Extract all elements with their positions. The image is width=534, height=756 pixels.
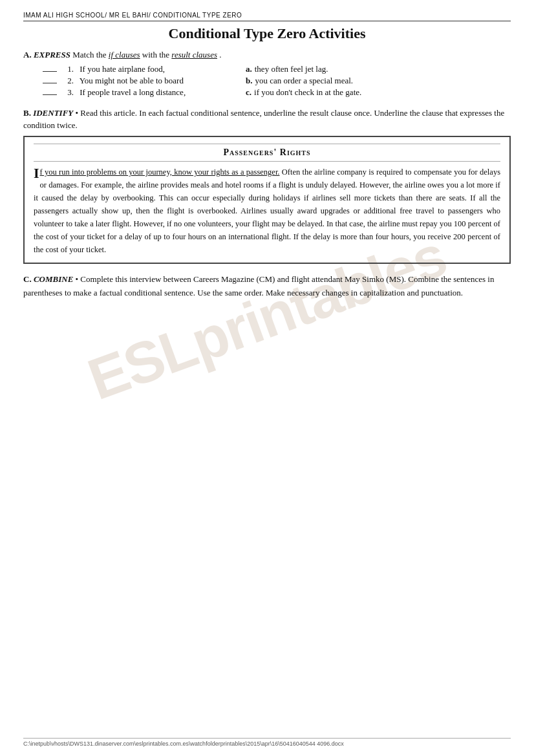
item-if-2: You might not be able to board <box>78 76 246 86</box>
breadcrumb: IMAM ALI HIGH SCHOOL/ MR EL BAHI/ CONDIT… <box>23 12 511 21</box>
section-c-label: C. <box>23 274 32 284</box>
section-a-label: A. <box>23 50 32 59</box>
article-box: Passengers' Rights If you run into probl… <box>23 136 511 264</box>
section-a-if-phrase: if clauses <box>109 50 140 59</box>
matching-table: 1. If you hate airplane food, a. they of… <box>43 64 530 98</box>
section-c-instruction: • Complete this interview between Career… <box>23 274 494 297</box>
answer-line-1 <box>43 71 57 72</box>
section-c-header: C. COMBINE • Complete this interview bet… <box>23 273 511 300</box>
section-a-header: A. EXPRESS Match the if clauses with the… <box>23 49 511 61</box>
item-if-1: If you hate airplane food, <box>78 64 246 74</box>
section-a-instruction-3: . <box>219 50 221 59</box>
section-b-header: B. IDENTIFY • Read this article. In each… <box>23 107 511 132</box>
matching-row-1: 1. If you hate airplane food, a. they of… <box>43 64 530 74</box>
drop-cap-I: I <box>34 166 39 180</box>
result-letter-c: c. <box>246 87 251 98</box>
section-a-keyword: EXPRESS <box>34 50 70 59</box>
result-letter-a: a. <box>246 64 252 74</box>
section-c: C. COMBINE • Complete this interview bet… <box>23 273 511 610</box>
section-b-keyword: IDENTIFY <box>33 108 73 118</box>
section-b-instruction: • Read this article. In each factual con… <box>23 108 504 131</box>
section-b-label: B. <box>23 108 31 118</box>
result-text-c: if you don't check in at the gate. <box>254 87 530 98</box>
article-title: Passengers' Rights <box>34 144 500 162</box>
footer: C:\inetpub\vhosts\DWS131.dinaserver.com\… <box>23 738 511 747</box>
result-letter-b: b. <box>246 76 252 86</box>
section-b: B. IDENTIFY • Read this article. In each… <box>23 107 511 264</box>
item-num-3: 3. <box>62 87 74 98</box>
article-body: If you run into problems on your journey… <box>34 166 500 256</box>
section-a-instruction-1: Match the <box>72 50 109 59</box>
item-num-1: 1. <box>62 64 74 74</box>
section-a: A. EXPRESS Match the if clauses with the… <box>23 49 511 98</box>
result-text-a: they often feel jet lag. <box>255 64 530 74</box>
answer-line-3 <box>43 94 57 95</box>
matching-row-2: 2. You might not be able to board b. you… <box>43 76 530 86</box>
result-text-b: you can order a special meal. <box>255 76 530 86</box>
section-a-instruction-2: with the <box>142 50 172 59</box>
matching-row-3: 3. If people travel a long distance, c. … <box>43 87 530 98</box>
section-c-answer-area <box>23 299 511 610</box>
section-a-result-phrase: result clauses <box>171 50 217 59</box>
item-if-3: If people travel a long distance, <box>78 87 246 98</box>
answer-line-2 <box>43 83 57 83</box>
section-c-keyword: COMBINE <box>34 274 73 284</box>
item-num-2: 2. <box>62 76 74 86</box>
page-title: Conditional Type Zero Activities <box>23 25 511 42</box>
article-underline-result: f you run into problems on your journey,… <box>40 167 280 177</box>
